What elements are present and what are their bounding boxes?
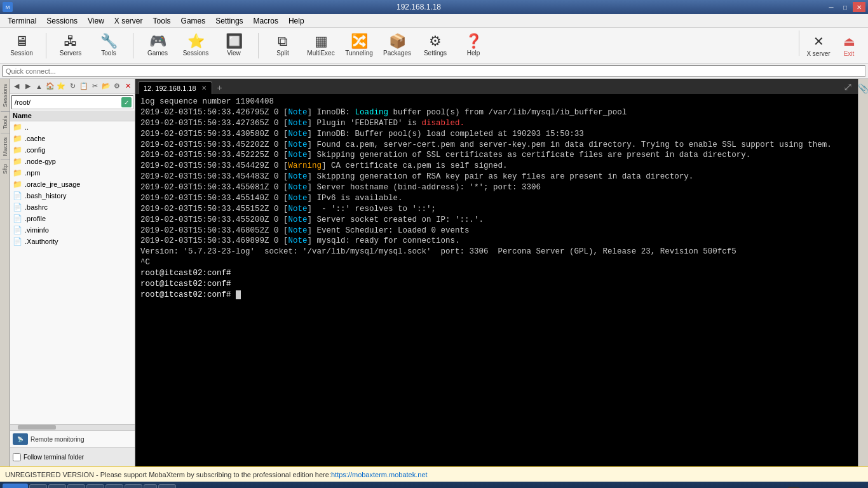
toolbar-btn-tools[interactable]: 🔧Tools <box>92 30 125 61</box>
file-item[interactable]: 📁.. <box>10 121 135 133</box>
fp-up-btn[interactable]: ▲ <box>34 81 44 92</box>
menu-macros[interactable]: Macros <box>248 15 283 27</box>
terminal-line: 2019-02-03T15:50:33.430580Z 0 [Note] Inn… <box>140 129 853 140</box>
right-sidebar-icon-1[interactable]: 📎 <box>856 81 868 95</box>
menu-settings[interactable]: Settings <box>210 15 248 27</box>
fp-cut-btn[interactable]: ✂ <box>90 81 100 92</box>
toolbar-btn-packages[interactable]: 📦Packages <box>381 30 414 61</box>
maximize-button[interactable]: □ <box>839 2 851 12</box>
taskbar-app5[interactable]: 📊 <box>105 484 123 488</box>
file-icon: 📄 <box>13 203 22 212</box>
file-name: .node-gyp <box>25 158 56 165</box>
toolbar-sep <box>133 33 133 58</box>
toolbar-btn-games[interactable]: 🎮Games <box>141 30 174 61</box>
toolbar-btn-x-server[interactable]: ✕X server <box>804 30 832 61</box>
file-item[interactable]: 📁.oracle_jre_usage <box>10 179 135 190</box>
menu-x server[interactable]: X server <box>109 15 148 27</box>
file-panel: ◀ ▶ ▲ 🏠 ⭐ ↻ 📋 ✂ 📂 ⚙ ✕ /root/ ✓ Name 📁..📁… <box>10 79 135 466</box>
path-ok-icon: ✓ <box>121 97 132 107</box>
fp-settings-btn[interactable]: ⚙ <box>112 81 123 92</box>
taskbar-app8[interactable]: 🟡 <box>158 484 176 488</box>
file-item[interactable]: 📄.viminfo <box>10 224 135 236</box>
toolbar-btn-tunneling[interactable]: 🔀Tunneling <box>342 30 376 61</box>
new-tab-btn[interactable]: + <box>214 81 226 94</box>
toolbar-btn-exit[interactable]: ⏏Exit <box>835 30 863 61</box>
toolbar-btn-help[interactable]: ❓Help <box>457 30 490 61</box>
file-icon: 📁 <box>13 157 22 166</box>
terminal-line: 2019-02-03T15:50:33.427365Z 0 [Note] Plu… <box>140 118 853 129</box>
macros-tab-label[interactable]: Macros <box>1 135 9 159</box>
file-list: 📁..📁.cache📁.config📁.node-gyp📁.npm📁.oracl… <box>10 121 135 424</box>
terminal-line: root@itcast02:conf# <box>140 279 853 290</box>
fp-forward-btn[interactable]: ▶ <box>23 81 34 92</box>
file-item[interactable]: 📄.Xauthority <box>10 236 135 247</box>
fp-home-btn[interactable]: 🏠 <box>45 81 56 92</box>
tools-tab-label[interactable]: Tools <box>1 113 9 132</box>
file-name: .bash_history <box>25 192 66 200</box>
file-name: .npm <box>25 169 40 177</box>
fp-copy-btn[interactable]: 📋 <box>78 81 89 92</box>
menu-terminal[interactable]: Terminal <box>3 15 41 27</box>
file-item[interactable]: 📁.node-gyp <box>10 156 135 167</box>
hscroll[interactable] <box>10 424 135 430</box>
toolbar-btn-settings[interactable]: ⚙Settings <box>419 30 452 61</box>
taskbar-app4[interactable]: 📱 <box>86 484 104 488</box>
file-icon: 📄 <box>13 191 22 200</box>
remote-monitoring-btn[interactable]: 📡 Remote monitoring <box>10 430 135 447</box>
expand-terminal-btn[interactable]: ⤢ <box>843 80 853 94</box>
menu-help[interactable]: Help <box>283 15 309 27</box>
taskbar-explorer[interactable]: 📁 <box>29 484 47 488</box>
menu-sessions[interactable]: Sessions <box>41 15 83 27</box>
fp-refresh-btn[interactable]: ↻ <box>67 81 78 92</box>
toolbar-btn-session[interactable]: 🖥Session <box>5 30 38 61</box>
file-item[interactable]: 📄.bash_history <box>10 190 135 201</box>
file-item[interactable]: 📁.config <box>10 144 135 156</box>
fp-close-btn[interactable]: ✕ <box>123 81 133 92</box>
hscroll-thumb[interactable] <box>18 425 56 430</box>
current-path[interactable]: /root/ ✓ <box>11 95 133 109</box>
close-button[interactable]: ✕ <box>853 2 865 12</box>
terminal-line: 2019-02-03T15:50:33.468052Z 0 [Note] Eve… <box>140 226 853 236</box>
toolbar-btn-sessions[interactable]: ⭐Sessions <box>179 30 212 61</box>
file-item[interactable]: 📁.npm <box>10 167 135 179</box>
fp-back-btn[interactable]: ◀ <box>11 81 22 92</box>
file-icon: 📁 <box>13 168 22 177</box>
terminal-line: 2019-02-03T15:50:33.455152Z 0 [Note] - '… <box>140 204 853 215</box>
path-text: /root/ <box>15 98 31 106</box>
taskbar-chrome[interactable]: 🌐 <box>48 484 66 488</box>
window-controls: ─ □ ✕ <box>825 2 865 12</box>
file-icon: 📁 <box>13 146 22 154</box>
terminal-area: 12. 192.168.1.18 ✕ + ⤢ log sequence numb… <box>135 79 858 466</box>
fp-bookmark-btn[interactable]: ⭐ <box>56 81 67 92</box>
taskbar-app6[interactable]: 🎨 <box>125 484 142 488</box>
mobaxterm-link[interactable]: https://mobaxterm.mobatek.net <box>331 471 428 478</box>
toolbar-btn-split[interactable]: ⧉Split <box>266 30 299 61</box>
terminal-content[interactable]: log sequence number 119044082019-02-03T1… <box>135 94 858 466</box>
toolbar-btn-multiexec[interactable]: ▦MultiExec <box>304 30 337 61</box>
menu-games[interactable]: Games <box>176 15 211 27</box>
sessions-tab-label[interactable]: Sessions <box>1 81 9 110</box>
sftp-tab-label[interactable]: Sftp <box>1 161 9 177</box>
file-item[interactable]: 📁.cache <box>10 133 135 144</box>
terminal-line: log sequence number 11904408 <box>140 97 853 107</box>
minimize-button[interactable]: ─ <box>825 2 837 12</box>
follow-terminal-checkbox[interactable] <box>13 453 21 461</box>
fp-open-btn[interactable]: 📂 <box>100 81 111 92</box>
file-item[interactable]: 📄.bashrc <box>10 201 135 213</box>
start-button[interactable]: ⊞ <box>3 484 28 488</box>
file-name: .cache <box>25 135 45 142</box>
quick-connect-input[interactable] <box>3 65 865 77</box>
terminal-line: 2019-02-03T15:50:33.469899Z 0 [Note] mys… <box>140 236 853 247</box>
terminal-tab-1[interactable]: 12. 192.168.1.18 ✕ <box>138 81 212 94</box>
file-item[interactable]: 📄.profile <box>10 213 135 224</box>
menu-view[interactable]: View <box>83 15 109 27</box>
toolbar-btn-servers[interactable]: 🖧Servers <box>54 30 87 61</box>
menu-tools[interactable]: Tools <box>148 15 176 27</box>
file-panel-toolbar: ◀ ▶ ▲ 🏠 ⭐ ↻ 📋 ✂ 📂 ⚙ ✕ <box>10 79 135 94</box>
taskbar-app3[interactable]: 🔴 <box>67 484 85 488</box>
taskbar-app7[interactable]: T <box>144 484 157 488</box>
file-name: .profile <box>25 215 46 222</box>
tab-close-1[interactable]: ✕ <box>201 85 207 92</box>
toolbar-btn-view[interactable]: 🔲View <box>217 30 250 61</box>
terminal-line: 2019-02-03T15:50:33.452225Z 0 [Note] Ski… <box>140 150 853 161</box>
